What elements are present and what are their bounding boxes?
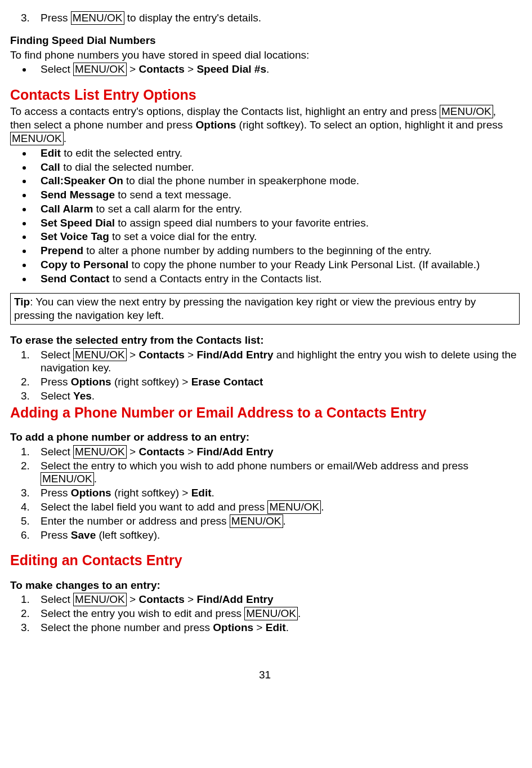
editing-heading: Editing an Contacts Entry: [10, 552, 520, 569]
menuok-key: MENU/OK: [73, 593, 127, 606]
erase2-a: Press: [41, 376, 71, 388]
add5-a: Enter the number or address and press: [41, 515, 230, 527]
add6-b: (left softkey).: [96, 529, 160, 541]
sep: >: [185, 446, 197, 458]
add-step5: Enter the number or address and press ME…: [33, 514, 520, 528]
findadd-word: Find/Add Entry: [196, 446, 273, 458]
add3-c: .: [212, 487, 214, 499]
add2-a: Select the entry to which you wish to ad…: [41, 460, 468, 472]
list-item: Send Message to send a text message.: [33, 188, 520, 202]
menuok-key: MENU/OK: [230, 514, 283, 528]
menuok-key: MENU/OK: [73, 445, 127, 459]
edit-step1: Select MENU/OK > Contacts > Find/Add Ent…: [33, 593, 520, 606]
opt-send-desc: to send a Contacts entry in the Contacts…: [109, 273, 321, 285]
erasecontact-word: Erase Contact: [191, 376, 263, 388]
list-item: Call to dial the selected number.: [33, 161, 520, 174]
edit-list: Select MENU/OK > Contacts > Find/Add Ent…: [10, 593, 520, 634]
opt-call-label: Call: [41, 161, 60, 173]
opt-send-label: Send Contact: [41, 273, 109, 285]
options-word: Options: [71, 376, 111, 388]
opt-edit-desc: to edit the selected entry.: [61, 147, 182, 159]
list-item: Send Contact to send a Contacts entry in…: [33, 272, 520, 286]
edit-word: Edit: [266, 621, 286, 633]
erase1-a: Select: [41, 349, 73, 361]
edit3-b: >: [253, 621, 266, 633]
step3-text-a: Press: [41, 12, 71, 24]
edit3-a: Select the phone number and press: [41, 621, 213, 633]
contacts-word: Contacts: [138, 446, 184, 458]
opt-call-desc: to dial the selected number.: [60, 161, 194, 173]
menuok-key: MENU/OK: [41, 472, 94, 486]
finding-text-b: >: [127, 63, 139, 75]
add4-a: Select the label field you want to add a…: [41, 501, 267, 513]
erase3-a: Select: [41, 390, 73, 402]
add-step6: Press Save (left softkey).: [33, 529, 520, 542]
adding-heading: Adding a Phone Number or Email Address t…: [10, 404, 520, 421]
opt-spk-desc: to dial the phone number in speakerphone…: [123, 175, 359, 187]
sep: >: [185, 593, 197, 605]
edit-step2: Select the entry you wish to edit and pr…: [33, 607, 520, 620]
finding-text-d: .: [266, 63, 269, 75]
list-item: Set Speed Dial to assign speed dial numb…: [33, 216, 520, 230]
opt-alarm-desc: to set a call alarm for the entry.: [93, 203, 242, 215]
list-item: Call Alarm to set a call alarm for the e…: [33, 202, 520, 216]
options-intro-c: (right softkey). To select an option, hi…: [236, 119, 503, 131]
contacts-word: Contacts: [138, 349, 184, 361]
finding-item: Select MENU/OK > Contacts > Speed Dial #…: [33, 63, 520, 76]
edit2-b: .: [298, 607, 301, 619]
opt-pre-desc: to alter a phone number by adding number…: [83, 245, 432, 256]
list-item: Prepend to alter a phone number by addin…: [33, 244, 520, 258]
edit-subhead: To make changes to an entry:: [10, 579, 520, 592]
finding-list: Select MENU/OK > Contacts > Speed Dial #…: [10, 63, 520, 76]
opt-pre-label: Prepend: [41, 245, 83, 256]
options-word: Options: [196, 119, 236, 131]
contacts-word: Contacts: [138, 63, 184, 75]
sep: >: [127, 446, 139, 458]
opt-sd-label: Set Speed Dial: [41, 217, 115, 229]
finding-text-a: Select: [41, 63, 73, 75]
sep: >: [127, 349, 139, 361]
opt-copy-label: Copy to Personal: [41, 259, 128, 270]
add6-a: Press: [41, 529, 71, 541]
add1-a: Select: [41, 446, 73, 458]
step3-text-b: to display the entry's details.: [124, 12, 261, 24]
step3-list: Press MENU/OK to display the entry's det…: [10, 11, 520, 25]
tip-text: : You can view the next entry by pressin…: [14, 296, 476, 321]
save-word: Save: [71, 529, 96, 541]
opt-sd-desc: to assign speed dial numbers to your fav…: [115, 217, 369, 229]
finding-text-c: >: [185, 63, 197, 75]
opt-msg-label: Send Message: [41, 189, 115, 201]
opt-spk-label: Call:Speaker On: [41, 175, 123, 187]
erase-step1: Select MENU/OK > Contacts > Find/Add Ent…: [33, 348, 520, 375]
page-number: 31: [10, 668, 520, 682]
list-item: Copy to Personal to copy the phone numbe…: [33, 258, 520, 272]
edit3-c: .: [286, 621, 289, 633]
options-word: Options: [71, 487, 111, 499]
tip-label: Tip: [14, 296, 30, 308]
findadd-word: Find/Add Entry: [196, 349, 273, 361]
add2-b: .: [94, 473, 97, 485]
opt-msg-desc: to send a text message.: [115, 189, 231, 201]
options-intro: To access a contacts entry's options, di…: [10, 105, 520, 145]
opt-vt-label: Set Voice Tag: [41, 230, 109, 242]
edit-step3: Select the phone number and press Option…: [33, 621, 520, 634]
menuok-key: MENU/OK: [73, 348, 127, 362]
yes-word: Yes: [73, 390, 92, 402]
options-intro-a: To access a contacts entry's options, di…: [10, 105, 440, 117]
menuok-key: MENU/OK: [440, 105, 493, 118]
finding-intro: To find phone numbers you have stored in…: [10, 48, 520, 62]
erase2-b: (right softkey) >: [111, 376, 191, 388]
menuok-key: MENU/OK: [73, 63, 127, 76]
finding-heading: Finding Speed Dial Numbers: [10, 34, 520, 47]
sep: >: [127, 593, 139, 605]
add-step1: Select MENU/OK > Contacts > Find/Add Ent…: [33, 445, 520, 459]
opt-edit-label: Edit: [41, 147, 61, 159]
add-step3: Press Options (right softkey) > Edit.: [33, 486, 520, 500]
opt-copy-desc: to copy the phone number to your Ready L…: [128, 259, 480, 270]
sep: >: [185, 349, 197, 361]
list-item: Edit to edit the selected entry.: [33, 147, 520, 160]
options-heading: Contacts List Entry Options: [10, 86, 520, 104]
edit2-a: Select the entry you wish to edit and pr…: [41, 607, 244, 619]
add4-b: .: [321, 501, 324, 513]
add-step2: Select the entry to which you wish to ad…: [33, 459, 520, 486]
